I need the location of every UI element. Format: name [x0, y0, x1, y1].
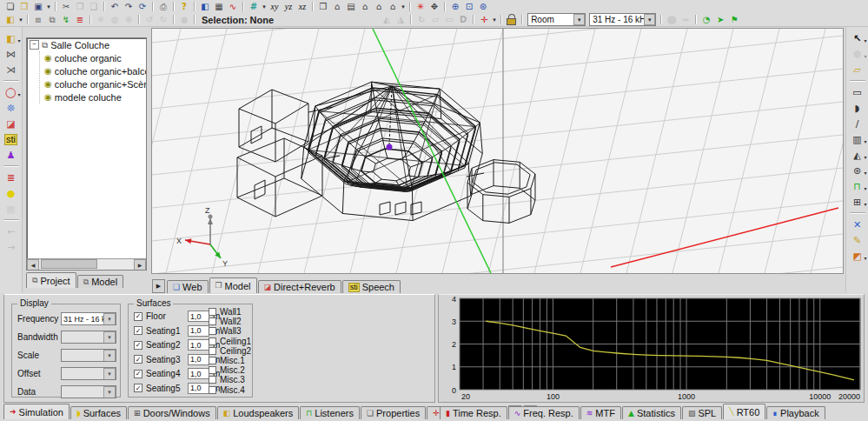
tab-speech[interactable]: stiSpeech [342, 280, 401, 293]
surface-wall3-checkbox[interactable] [209, 327, 216, 335]
speaker-mini-button[interactable]: ◧▾ [1, 30, 22, 46]
room-combo-arrow-icon[interactable]: ▼ [573, 14, 585, 25]
select-cursor-dropdown-icon[interactable]: ▾ [863, 37, 868, 43]
room-more-dropdown-icon[interactable]: ▾ [400, 3, 407, 10]
surface-misc.2-checkbox[interactable] [209, 366, 216, 374]
draw-cylinder-dropdown-icon[interactable]: ▾ [863, 138, 868, 144]
window-tile-button[interactable]: ❒ [316, 1, 330, 12]
surface-seating1-value-input[interactable]: 1,0 [188, 325, 209, 337]
room-view-2-button[interactable]: ⌂ [358, 1, 372, 12]
surface-ceiling2-checkbox[interactable] [209, 347, 216, 355]
tree-scroll-track[interactable] [39, 259, 134, 270]
align-b-button[interactable]: ⧉ [45, 14, 59, 25]
surface-misc.4-checkbox[interactable] [209, 386, 216, 394]
tab-doors-windows[interactable]: ⊞Doors/Windows [128, 406, 216, 419]
room-stack-button[interactable]: ▤ [344, 1, 358, 12]
run-button[interactable]: ➤ [713, 14, 727, 25]
scroll-right-icon[interactable]: ▶ [134, 259, 146, 271]
frequency-combo[interactable]: 31 Hz - 16 kHz▼ [61, 312, 116, 325]
zoom-in-button[interactable]: ⊕ [448, 1, 462, 12]
tab-loudspeakers[interactable]: ◧Loudspeakers [217, 406, 300, 419]
save-button[interactable]: ▣ [31, 1, 45, 12]
tree-scroll-thumb[interactable] [41, 259, 97, 269]
surface-seating3-value-input[interactable]: 1,0 [188, 354, 209, 365]
no-material-button[interactable]: ✕ [847, 217, 868, 232]
plane-xz-button[interactable]: xz [295, 1, 309, 12]
door-window-dropdown-icon[interactable]: ▾ [863, 201, 868, 207]
rt60-chart[interactable]: 432102010010001000020000 [439, 295, 864, 402]
draw-sphere-dropdown-icon[interactable]: ▾ [863, 170, 868, 176]
tree-horizontal-scrollbar[interactable]: ◀ ▶ [27, 258, 146, 270]
tab-spl[interactable]: ▨SPL [682, 406, 722, 419]
origin-star-button[interactable]: ✳ [414, 1, 427, 12]
tab-freq-resp[interactable]: ∿Freq. Resp. [508, 406, 580, 419]
area-ellipse-button[interactable]: ◯▾ [1, 84, 22, 100]
plane-xy-button[interactable]: xy [268, 1, 282, 12]
save-more-dropdown-icon[interactable]: ▾ [45, 3, 52, 10]
surface-wall1-checkbox[interactable] [209, 308, 216, 316]
tab-listeners[interactable]: ⊓Listeners [300, 406, 360, 419]
surface-seating1-checkbox[interactable]: ✓ [134, 326, 142, 335]
lock-button[interactable] [505, 14, 519, 25]
3d-viewport-canvas[interactable]: XYZ [152, 29, 843, 273]
surface-floor-checkbox[interactable]: ✓ [134, 312, 142, 321]
frequency-arrow-icon[interactable]: ▼ [103, 313, 116, 325]
speaker-mini-dropdown-icon[interactable]: ▾ [17, 37, 23, 43]
panel-toggle-button[interactable]: ◧ [198, 1, 212, 12]
tree-item[interactable]: ◉coluche organic+balcons [42, 64, 146, 77]
cut-button[interactable]: ✂ [59, 1, 73, 12]
draw-cylinder-button[interactable]: ▥▾ [847, 131, 868, 147]
loudspeaker-more-dropdown-icon[interactable]: ▾ [17, 17, 24, 23]
material-map-dropdown-icon[interactable]: ▾ [863, 255, 868, 261]
tab-playback[interactable]: ∎Playback [766, 406, 825, 419]
room-view-3-button[interactable]: ⌂ [372, 1, 386, 12]
draw-arc-button[interactable]: ◗ [847, 100, 868, 116]
tab-model[interactable]: ⧉Model [77, 275, 123, 288]
surface-seating5-checkbox[interactable]: ✓ [134, 384, 142, 392]
draw-sphere-button[interactable]: ⊛▾ [847, 163, 868, 178]
surface-seating4-value-input[interactable]: 1,0 [188, 368, 209, 379]
tree-item[interactable]: ◉modele coluche [42, 90, 146, 104]
tab-statistics[interactable]: ▲Statistics [622, 406, 681, 419]
tab-project[interactable]: ⧉Project [26, 272, 76, 288]
freq-combo[interactable]: 31 Hz - 16 kH▼ [589, 13, 656, 26]
viewport-tab-scroll-icon[interactable]: ▶ [152, 279, 165, 293]
surface-seating3-checkbox[interactable]: ✓ [134, 355, 142, 364]
undo-button[interactable]: ↶ [108, 1, 122, 12]
table-view-button[interactable]: ▦ [212, 1, 226, 12]
paint-bucket-dropdown-icon[interactable]: ▾ [863, 53, 868, 59]
speaker-pair-b-button[interactable]: ⋊ [1, 62, 22, 77]
open-button[interactable]: ❒ [17, 1, 31, 12]
tab-direct-reverb[interactable]: ◪Direct+Reverb [258, 280, 341, 293]
listener-head-button[interactable]: ♟ [1, 147, 22, 163]
crosshair-more-dropdown-icon[interactable]: ▾ [491, 17, 498, 23]
draw-line-button[interactable]: ∕ [847, 116, 868, 131]
door-window-button[interactable]: ⊞▾ [847, 194, 868, 210]
tree-item[interactable]: ◉coluche organic+Scène [42, 77, 146, 90]
3d-viewport[interactable]: XYZ [151, 28, 844, 274]
draw-cone-dropdown-icon[interactable]: ▾ [863, 154, 868, 160]
tree-root-item[interactable]: −⧉Salle Coluche [27, 38, 146, 51]
tab-time-resp[interactable]: ▮Time Resp. [440, 406, 507, 419]
tree-item[interactable]: ◉coluche organic [42, 51, 146, 64]
levels-button[interactable]: ≣ [73, 14, 87, 25]
grid-button[interactable]: # [247, 1, 261, 12]
redo-button[interactable]: ↷ [122, 1, 136, 12]
sti-button[interactable]: sti [1, 131, 22, 147]
plane-yz-button[interactable]: yz [282, 1, 295, 12]
surface-floor-value-input[interactable]: 1,0 [188, 311, 209, 322]
measure-button[interactable]: ▱ [847, 62, 868, 77]
walk-button[interactable]: ◔ [699, 14, 713, 25]
chart-view-button[interactable]: ∿ [226, 1, 240, 12]
tab-surfaces[interactable]: ◗Surfaces [70, 406, 127, 419]
material-map-button[interactable]: ◩▾ [847, 248, 868, 264]
pattern-button[interactable]: ❊ [1, 100, 22, 116]
area-ellipse-dropdown-icon[interactable]: ▾ [17, 91, 23, 97]
tab-mtf[interactable]: ≋MTF [580, 406, 621, 419]
loudspeaker-button[interactable]: ◧ [3, 14, 17, 25]
align-a-button[interactable]: ⧈ [31, 14, 45, 25]
project-tree[interactable]: −⧉Salle Coluche◉coluche organic◉coluche … [26, 37, 147, 271]
seat-button[interactable]: ⊓▾ [847, 178, 868, 194]
tab-simulation[interactable]: ➜Simulation [3, 404, 70, 419]
draw-rect-button[interactable]: ▭ [847, 84, 868, 100]
